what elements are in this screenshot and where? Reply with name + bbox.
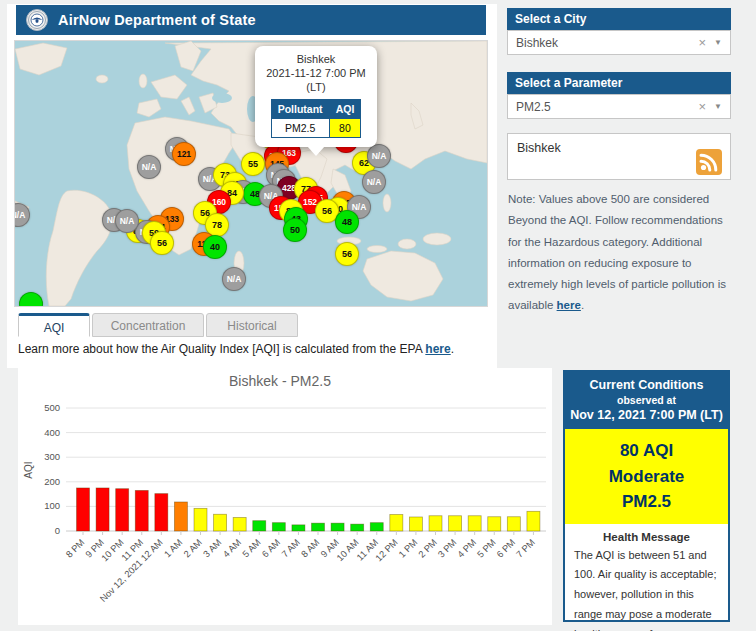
chart-bar[interactable] <box>96 488 109 531</box>
chart-bar[interactable] <box>174 502 187 531</box>
rss-city-label: Bishkek <box>517 141 561 155</box>
health-message-text: The AQI is between 51 and 100. Air quali… <box>565 543 728 631</box>
aqi-marker[interactable]: 56 <box>335 242 359 266</box>
parameter-select-value: PM2.5 <box>516 100 690 114</box>
aqi-marker[interactable]: N/A <box>115 209 139 233</box>
y-tick-label: 500 <box>44 402 60 413</box>
popup-aqi-header: AQI <box>329 100 361 119</box>
chart-bar[interactable] <box>429 516 442 531</box>
cc-observed-at: observed at <box>569 394 724 406</box>
parameter-select[interactable]: PM2.5 × ▼ <box>507 94 731 119</box>
chart-bar[interactable] <box>351 524 364 531</box>
x-tick-label: 8 PM <box>64 537 86 559</box>
tab-aqi[interactable]: AQI <box>18 313 90 337</box>
city-select-value: Bishkek <box>516 36 690 50</box>
chevron-down-icon[interactable]: ▼ <box>714 38 730 47</box>
popup-pollutant-value: PM2.5 <box>271 119 329 138</box>
health-message-header: Health Message <box>565 531 728 543</box>
x-tick-label: 12 PM <box>374 537 400 563</box>
chart-bar[interactable] <box>253 521 266 531</box>
chart-bar[interactable] <box>214 514 227 531</box>
x-tick-label: 4 AM <box>221 537 243 559</box>
aqi-marker[interactable]: N/A <box>222 267 246 291</box>
popup-datetime: 2021-11-12 7:00 PM <box>261 67 371 81</box>
note-text: Note: Values above 500 are considered Be… <box>508 193 726 311</box>
chart-bar[interactable] <box>449 516 462 531</box>
chart-bar[interactable] <box>409 517 422 531</box>
world-aqi-map[interactable]: N/A121N/A55N/A7386N/A4884160567813311481… <box>14 40 488 307</box>
chart-bar[interactable] <box>468 516 481 531</box>
chart-bar[interactable] <box>194 508 207 531</box>
popup-aqi-table: Pollutant AQI PM2.5 80 <box>271 99 362 138</box>
aqi-marker[interactable]: 121 <box>172 142 196 166</box>
chart-bar[interactable] <box>292 525 305 531</box>
aqi-bar-chart: Bishkek - PM2.50100200300400500AQI8 PM9 … <box>18 368 552 631</box>
chart-bar[interactable] <box>233 517 246 531</box>
chart-bar[interactable] <box>507 517 520 531</box>
current-conditions-header: Current Conditions observed at Nov 12, 2… <box>565 372 728 429</box>
y-tick-label: 200 <box>44 476 60 487</box>
chevron-down-icon[interactable]: ▼ <box>714 102 730 111</box>
chart-bar[interactable] <box>272 523 285 531</box>
chart-bar[interactable] <box>390 515 403 531</box>
clear-icon[interactable]: × <box>690 99 714 114</box>
chart-bar[interactable] <box>155 494 168 531</box>
x-tick-label: 7 PM <box>514 537 536 559</box>
chart-bar[interactable] <box>331 523 344 531</box>
x-tick-label: 3 PM <box>436 537 458 559</box>
select-parameter-header: Select a Parameter <box>507 72 731 94</box>
airnow-page: AirNow Department of State <box>0 0 756 631</box>
epa-text: Learn more about how the Air Quality Ind… <box>18 342 425 356</box>
tab-concentration[interactable]: Concentration <box>92 313 204 337</box>
aqi-chart-area: Bishkek - PM2.50100200300400500AQI8 PM9 … <box>18 368 552 625</box>
view-tabs: AQI Concentration Historical <box>18 313 298 337</box>
page-title: AirNow Department of State <box>58 12 256 28</box>
tab-historical[interactable]: Historical <box>206 313 298 337</box>
note-here-link[interactable]: here <box>557 299 581 311</box>
y-tick-label: 100 <box>44 500 60 511</box>
city-select[interactable]: Bishkek × ▼ <box>507 30 731 55</box>
y-axis-label: AQI <box>23 461 34 478</box>
aqi-marker[interactable]: 55 <box>241 152 265 176</box>
note-text-after: . <box>581 299 584 311</box>
epa-text-after: . <box>451 342 454 356</box>
aqi-marker[interactable]: 40 <box>203 235 227 259</box>
aqi-marker[interactable]: N/A <box>137 155 161 179</box>
chart-bar[interactable] <box>312 523 325 531</box>
aqi-marker[interactable]: 56 <box>150 231 174 255</box>
x-tick-label: 8 AM <box>299 537 321 559</box>
chart-bar[interactable] <box>488 517 501 531</box>
cc-datetime: Nov 12, 2021 7:00 PM (LT) <box>569 408 724 422</box>
popup-aqi-value: 80 <box>329 119 361 138</box>
y-tick-label: 400 <box>44 427 60 438</box>
rss-icon[interactable] <box>696 149 722 175</box>
chart-title: Bishkek - PM2.5 <box>229 373 331 389</box>
chart-bar[interactable] <box>527 511 540 531</box>
y-tick-label: 0 <box>55 525 60 536</box>
chart-bar[interactable] <box>77 488 90 531</box>
dos-seal-logo <box>26 9 48 31</box>
x-tick-label: 1 AM <box>162 537 184 559</box>
aqi-marker[interactable]: 48 <box>335 210 359 234</box>
select-city-header: Select a City <box>507 8 731 30</box>
popup-pointer <box>307 146 325 156</box>
popup-pollutant-header: Pollutant <box>271 100 329 119</box>
epa-here-link[interactable]: here <box>425 342 450 356</box>
x-tick-label: 6 AM <box>260 537 282 559</box>
cc-category: Moderate <box>565 464 728 490</box>
cc-aqi-box: 80 AQI Moderate PM2.5 <box>565 429 728 524</box>
aqi-marker[interactable]: N/A <box>367 144 391 168</box>
epa-learn-more-line: Learn more about how the Air Quality Ind… <box>18 342 454 356</box>
aqi-marker[interactable]: N/A <box>362 170 386 194</box>
x-tick-label: 10 AM <box>335 537 361 563</box>
chart-bar[interactable] <box>116 489 129 531</box>
cc-title: Current Conditions <box>569 378 724 392</box>
chart-bar[interactable] <box>370 523 383 531</box>
cc-pollutant: PM2.5 <box>565 489 728 515</box>
x-tick-label: 6 PM <box>495 537 517 559</box>
current-conditions-panel: Current Conditions observed at Nov 12, 2… <box>563 370 730 622</box>
aqi-marker[interactable]: 50 <box>283 218 307 242</box>
chart-bar[interactable] <box>135 490 148 531</box>
clear-icon[interactable]: × <box>690 35 714 50</box>
x-tick-label: 5 AM <box>241 537 263 559</box>
